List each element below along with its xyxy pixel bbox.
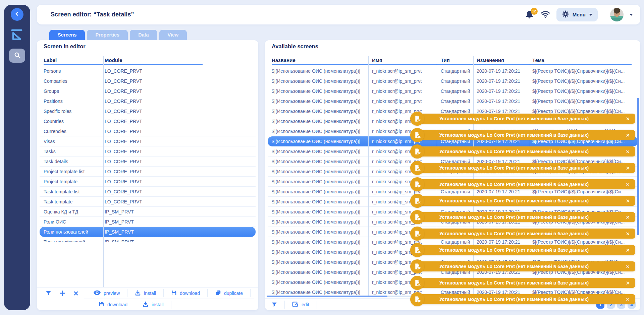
save-icon bbox=[171, 290, 177, 297]
download-button[interactable]: download bbox=[91, 301, 135, 308]
close-icon[interactable]: ✕ bbox=[626, 280, 630, 286]
editor-row[interactable]: Project template listLO_CORE_PRVT bbox=[40, 167, 256, 177]
button-label: download bbox=[107, 302, 127, 307]
search-button[interactable] bbox=[9, 49, 25, 63]
editor-row[interactable]: CountriesLO_CORE_PRVT bbox=[40, 116, 256, 126]
editor-row[interactable]: Task templateLO_CORE_PRVT bbox=[40, 197, 256, 207]
install-button[interactable]: install bbox=[127, 290, 163, 297]
add-button[interactable] bbox=[59, 290, 65, 296]
notifications-button[interactable]: 12 bbox=[525, 10, 534, 19]
button-label: install bbox=[152, 302, 164, 307]
toast-message: Установлен модуль Lo Core Prvt (нет изме… bbox=[439, 231, 589, 236]
available-row[interactable]: $|(Использование ОИС (номенклатура))|r_n… bbox=[268, 86, 638, 96]
editor-row[interactable]: GroupsLO_CORE_PRVT bbox=[40, 86, 256, 96]
editor-row[interactable]: Task detailsLO_CORE_PRVT bbox=[40, 156, 256, 167]
filter-button[interactable] bbox=[271, 302, 277, 308]
toast-notification: Установлен модуль Lo Core Prvt (нет изме… bbox=[410, 128, 635, 142]
row-label: Типы нотификаций bbox=[40, 239, 101, 242]
close-icon[interactable]: ✕ bbox=[626, 215, 630, 220]
header-underline bbox=[44, 64, 203, 65]
row-theme: $|(Реестр ТОИС)|/$|{Справочники}|/$|{Си.… bbox=[529, 68, 638, 74]
available-row[interactable]: $|(Использование ОИС (номенклатура))|r_n… bbox=[268, 96, 638, 106]
editor-row[interactable]: Типы нотификацийIP_SM_PRVT bbox=[40, 237, 256, 242]
editor-row[interactable]: VisasLO_CORE_PRVT bbox=[40, 136, 256, 146]
menu-label: Menu bbox=[573, 12, 586, 17]
search-icon bbox=[14, 52, 21, 60]
button-label: edit bbox=[302, 302, 309, 307]
back-button[interactable] bbox=[11, 8, 23, 21]
row-module: LO_CORE_PRVT bbox=[101, 139, 256, 144]
close-icon[interactable]: ✕ bbox=[626, 264, 630, 269]
close-icon[interactable]: ✕ bbox=[626, 297, 630, 302]
row-label: Positions bbox=[40, 99, 101, 104]
editor-row[interactable]: TasksLO_CORE_PRVT bbox=[40, 146, 256, 156]
close-icon[interactable]: ✕ bbox=[626, 198, 630, 203]
toast-message: Установлен модуль Lo Core Prvt (нет изме… bbox=[439, 214, 589, 220]
editor-row[interactable]: PersonsLO_CORE_PRVT bbox=[40, 66, 256, 76]
editor-row[interactable]: Роли ОИСIP_SM_PRVT bbox=[40, 217, 256, 227]
edit-button[interactable]: edit bbox=[285, 301, 317, 308]
close-icon[interactable]: ✕ bbox=[626, 149, 630, 154]
vertical-scrollbar[interactable] bbox=[637, 98, 639, 235]
available-row[interactable]: $|(Использование ОИС (номенклатура))|r_n… bbox=[268, 76, 638, 86]
header-divider bbox=[604, 8, 604, 21]
download-button[interactable]: download bbox=[164, 290, 207, 297]
tab-screens[interactable]: Screens bbox=[49, 30, 85, 40]
editor-row[interactable]: Оценка КД и ТДIP_SM_PRVT bbox=[40, 207, 256, 217]
close-icon[interactable]: ✕ bbox=[626, 133, 630, 138]
editor-table-header: LabelModule bbox=[40, 55, 256, 65]
toast-notification: Установлен модуль Lo Core Prvt (нет изме… bbox=[410, 161, 635, 175]
remove-button[interactable] bbox=[73, 291, 78, 296]
duplicate-button[interactable]: duplicate bbox=[208, 290, 250, 297]
row-module: LO_CORE_PRVT bbox=[101, 68, 256, 74]
install-button[interactable]: install bbox=[135, 301, 171, 308]
module-document-gear-icon bbox=[410, 259, 424, 273]
wifi-icon[interactable] bbox=[540, 10, 550, 20]
duplicate-icon bbox=[215, 290, 221, 297]
button-label: download bbox=[180, 291, 200, 296]
row-name: $|(Использование ОИС (номенклатура))| bbox=[268, 229, 369, 235]
module-document-gear-icon bbox=[410, 292, 424, 306]
editor-row[interactable]: CompaniesLO_CORE_PRVT bbox=[40, 76, 256, 86]
toast-message: Установлен модуль Lo Core Prvt (нет изме… bbox=[439, 132, 589, 138]
tab-properties[interactable]: Properties bbox=[87, 30, 128, 40]
row-module: LO_CORE_PRVT bbox=[101, 169, 256, 174]
row-name: $|(Использование ОИС (номенклатура))| bbox=[268, 119, 369, 124]
close-icon[interactable]: ✕ bbox=[626, 248, 630, 253]
editor-table-body: PersonsLO_CORE_PRVTCompaniesLO_CORE_PRVT… bbox=[40, 66, 256, 242]
row-module: LO_CORE_PRVT bbox=[101, 159, 256, 164]
tab-data[interactable]: Data bbox=[130, 30, 157, 40]
close-icon[interactable]: ✕ bbox=[626, 116, 630, 121]
editor-row[interactable]: Project templateLO_CORE_PRVT bbox=[40, 177, 256, 187]
back-chevron-icon bbox=[14, 11, 20, 18]
horizontal-scrollbar-thumb[interactable] bbox=[267, 296, 387, 297]
row-type: Стандартный bbox=[437, 88, 474, 94]
row-name: $|(Использование ОИС (номенклатура))| bbox=[268, 259, 369, 265]
close-icon[interactable]: ✕ bbox=[626, 182, 630, 187]
toolbar-icon-group bbox=[46, 290, 78, 296]
editor-row[interactable]: Specific rolesLO_CORE_PRVT bbox=[40, 106, 256, 116]
avatar[interactable] bbox=[610, 8, 624, 21]
toast-notification: Установлен модуль Lo Core Prvt (нет изме… bbox=[410, 243, 635, 257]
row-name: $|(Использование ОИС (номенклатура))| bbox=[268, 199, 369, 204]
editor-row[interactable]: Роли пользователейIP_SM_PRVT bbox=[40, 227, 256, 237]
row-label: Tasks bbox=[40, 149, 101, 154]
tab-view[interactable]: View bbox=[159, 30, 187, 40]
menu-button[interactable]: Menu bbox=[556, 8, 598, 21]
row-label: Task template list bbox=[40, 189, 101, 194]
row-name: $|(Использование ОИС (номенклатура))| bbox=[268, 219, 369, 225]
preview-button[interactable]: preview bbox=[86, 290, 127, 296]
row-label: Project template bbox=[40, 179, 101, 184]
toast-bar: Установлен модуль Lo Core Prvt (нет изме… bbox=[419, 179, 635, 189]
editor-row[interactable]: Task template listLO_CORE_PRVT bbox=[40, 187, 256, 197]
close-icon[interactable]: ✕ bbox=[626, 231, 630, 236]
editor-row[interactable]: PositionsLO_CORE_PRVT bbox=[40, 96, 256, 106]
profile-chevron-down-icon[interactable] bbox=[630, 14, 633, 16]
available-row[interactable]: $|(Использование ОИС (номенклатура))|r_n… bbox=[268, 66, 638, 76]
row-name: $|(Использование ОИС (номенклатура))| bbox=[268, 109, 369, 114]
toolbar-divider bbox=[317, 301, 317, 309]
eye-icon bbox=[94, 290, 101, 296]
editor-row[interactable]: CurrenciesLO_CORE_PRVT bbox=[40, 126, 256, 136]
filter-button[interactable] bbox=[46, 290, 51, 296]
close-icon[interactable]: ✕ bbox=[626, 166, 630, 171]
